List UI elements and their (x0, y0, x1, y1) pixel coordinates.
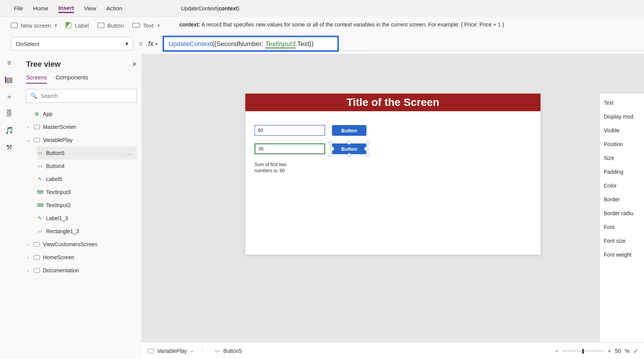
treeview-tabs: Screens Components (26, 74, 137, 84)
insert-text-label: Text (143, 22, 154, 29)
menu-insert[interactable]: Insert (58, 4, 74, 13)
zoom-in-button[interactable]: + (608, 348, 611, 354)
menu-home[interactable]: Home (33, 4, 48, 12)
prop-displaymode[interactable]: Display mod (604, 114, 640, 120)
breadcrumb-bar: VariablePlay ⌄ 〉 ▭ Button5 − + 50 % ⤢ (142, 342, 644, 359)
node-label: Button4 (46, 163, 64, 169)
button4-control[interactable]: Button (332, 125, 366, 136)
screen-icon (34, 138, 40, 142)
screen-title: Title of the Screen (245, 94, 540, 111)
tree-node[interactable]: › ViewCustomersScreen (26, 238, 137, 251)
canvas-area[interactable]: Title of the Screen 60 Button 30 Button … (142, 54, 644, 342)
tab-components[interactable]: Components (56, 74, 88, 84)
fx-label: fx (148, 40, 154, 48)
search-input[interactable] (41, 93, 133, 99)
label-icon (66, 22, 72, 28)
tree-node[interactable]: ✎ Label1_3 (37, 212, 137, 225)
fit-button[interactable]: ⤢ (633, 348, 638, 354)
tree-node[interactable]: ▱ Rectangle1_3 (37, 225, 137, 238)
tools-icon[interactable]: ⚒ (5, 144, 13, 150)
prop-padding[interactable]: Padding (604, 169, 640, 175)
insert-label-button[interactable]: Label (66, 22, 89, 29)
chevron-down-icon[interactable]: ⌄ (26, 138, 31, 143)
textinput2-control[interactable]: 60 (255, 125, 325, 136)
label-icon: ✎ (37, 216, 43, 221)
tree-node-app[interactable]: › ⊞ App (26, 107, 137, 120)
ribbon: New screen ▾ Label Button Text ▾ (0, 17, 160, 34)
prop-fontweight[interactable]: Font weight (604, 252, 640, 258)
zoom-out-button[interactable]: − (555, 348, 558, 354)
prop-size[interactable]: Size (604, 155, 640, 161)
prop-visible[interactable]: Visible (604, 127, 640, 133)
insert-text-button[interactable]: Text ▾ (132, 22, 160, 29)
menu-view[interactable]: View (84, 4, 96, 12)
tok-ref: TextInput3 (265, 40, 296, 48)
zoom-value: 50 (615, 348, 621, 354)
treeview-icon[interactable]: ▤ (5, 77, 13, 83)
textinput3-control[interactable]: 30 (255, 143, 325, 154)
close-icon[interactable]: ✕ (132, 61, 137, 68)
node-label: HomeScreen (43, 254, 74, 260)
zoom-pct: % (625, 348, 629, 354)
prop-fontsize[interactable]: Font size (604, 238, 640, 244)
node-label: TextInput2 (46, 202, 71, 208)
menu-file[interactable]: File (14, 4, 23, 12)
data-icon[interactable]: 🗄 (5, 110, 13, 117)
property-dropdown[interactable]: OnSelect ▾ (11, 37, 133, 51)
chevron-down-icon: ⌄ (190, 348, 194, 353)
menu-action[interactable]: Action (106, 4, 122, 12)
node-label: Rectangle1_3 (46, 228, 79, 234)
tree-node[interactable]: ✎ Label5 (37, 173, 137, 186)
tree-node[interactable]: ⌨ TextInput2 (37, 199, 137, 212)
button-icon (97, 23, 104, 28)
media-icon[interactable]: 🎵 (5, 127, 13, 133)
treeview-title: Tree view (26, 60, 61, 69)
formula-bar: OnSelect ▾ = fx ▾ UpdateContext({SecondN… (11, 36, 644, 51)
plus-icon[interactable]: ＋ (5, 94, 13, 100)
screen-icon (34, 125, 40, 129)
prop-font[interactable]: Font (604, 224, 640, 230)
hamburger-icon[interactable]: ≡ (5, 60, 13, 66)
prop-color[interactable]: Color (604, 183, 640, 189)
fx-button[interactable]: fx ▾ (148, 40, 157, 48)
chevron-right-icon[interactable]: › (26, 242, 31, 247)
breadcrumb-screen[interactable]: VariablePlay ⌄ (148, 348, 194, 354)
new-screen-label: New screen (21, 22, 51, 29)
chevron-right-icon[interactable]: › (26, 268, 31, 273)
treeview-list: › ⊞ App › MasterScreen ⌄ VariablePlay ▭ … (26, 107, 137, 277)
insert-button-button[interactable]: Button (97, 22, 124, 29)
label-icon: ✎ (37, 176, 43, 182)
chevron-down-icon: ▾ (155, 42, 157, 46)
tree-node[interactable]: › MasterScreen (26, 120, 137, 133)
prop-border[interactable]: Border (604, 196, 640, 203)
chevron-right-icon[interactable]: › (26, 255, 31, 260)
button5-label: Button (341, 146, 357, 152)
rect-icon: ▱ (37, 229, 43, 234)
chevron-right-icon[interactable]: › (26, 125, 31, 129)
tree-node[interactable]: › HomeScreen (26, 251, 137, 264)
treeview-search[interactable]: 🔍 (26, 89, 137, 103)
tree-node-button5[interactable]: ▭ Button5 … (37, 147, 137, 160)
tree-node[interactable]: ⌨ TextInput3 (37, 186, 137, 199)
textinput-icon: ⌨ (37, 189, 43, 195)
text-icon (132, 23, 140, 28)
canvas-screen[interactable]: Title of the Screen 60 Button 30 Button … (245, 94, 540, 255)
node-label: Documentation (43, 267, 79, 273)
prop-text[interactable]: Text (604, 100, 640, 106)
tree-node[interactable]: › Documentation (26, 264, 137, 277)
formula-input-rest[interactable] (344, 37, 644, 51)
zoom-slider[interactable] (562, 351, 604, 351)
tree-node[interactable]: ⌄ VariablePlay (26, 133, 137, 147)
button5-control[interactable]: Button (332, 143, 366, 154)
more-icon[interactable]: … (127, 150, 135, 156)
breadcrumb-control-label: Button5 (223, 348, 242, 354)
formula-input[interactable]: UpdateContext({SecondNumber: TextInput3.… (163, 36, 339, 52)
help-label: context: (179, 21, 200, 28)
prop-borderradius[interactable]: Border radiu (604, 210, 640, 216)
new-screen-button[interactable]: New screen ▾ (11, 22, 57, 29)
tab-screens[interactable]: Screens (26, 74, 47, 84)
tree-node[interactable]: ▭ Button4 (37, 160, 137, 173)
prop-position[interactable]: Position (604, 141, 640, 147)
zoom-control: − + 50 % ⤢ (555, 348, 638, 354)
breadcrumb-control[interactable]: ▭ Button5 (214, 348, 242, 354)
